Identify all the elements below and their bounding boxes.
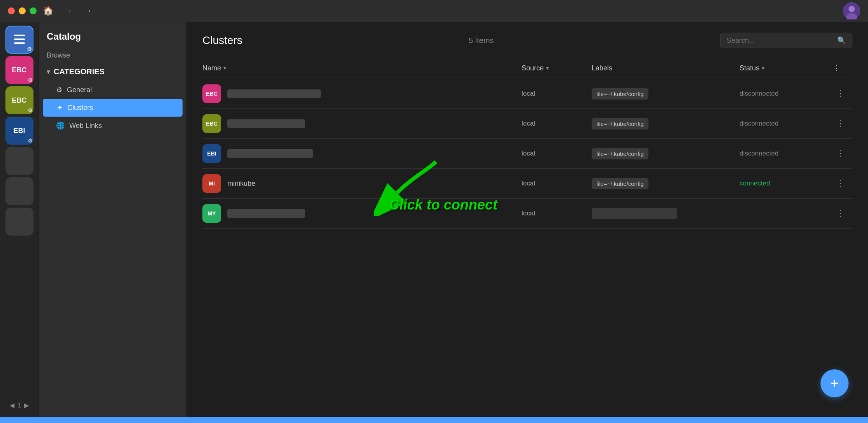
titlebar: 🏠 ← → [0,0,868,22]
ebi-navy-label: EBI [13,127,25,135]
back-button[interactable]: ← [67,6,76,16]
sidebar-item-weblinks[interactable]: 🌐 Web Links [39,117,186,135]
avatar[interactable] [843,2,860,19]
row-menu[interactable]: ⋮ [833,207,852,220]
sidebar-item-empty2[interactable] [5,177,33,205]
settings-badge-ebi-navy: ⚙ [28,138,33,144]
catalog-icon [12,32,26,47]
search-input[interactable] [727,37,833,45]
sidebar-item-empty1[interactable] [5,147,33,175]
status-cell: connected [740,180,833,187]
cluster-name-cell: EBI [202,144,522,163]
row-menu-button[interactable]: ⋮ [833,117,848,130]
table-row[interactable]: EBC local file=~/.kube/config disconnect… [202,79,852,109]
th-name: Name ▾ [202,64,522,72]
sort-name-button[interactable]: ▾ [223,65,226,71]
cluster-name-blurred [227,149,313,158]
search-box[interactable]: 🔍 [720,33,852,48]
sort-source-button[interactable]: ▾ [546,65,549,71]
clusters-label: Clusters [67,104,93,112]
catalog-title: Catalog [39,22,186,48]
status-cell: disconnected [740,90,833,98]
close-button[interactable] [8,7,15,14]
sidebar-item-ebc-pink[interactable]: EBC ⚙ [5,56,33,84]
label-cell [592,208,740,219]
categories-label: CATEGORIES [54,67,105,76]
clusters-icon: ✦ [57,103,63,112]
plus-icon: + [830,375,838,392]
cluster-name-cell: EBC [202,114,522,133]
page-prev-button[interactable]: ◀ [10,402,14,409]
cluster-badge-ebi: EBI [202,144,221,163]
row-menu-button[interactable]: ⋮ [833,87,848,100]
icon-sidebar: ⚙ EBC ⚙ EBC ⚙ EBI ⚙ ◀ 1 ▶ [0,22,39,417]
table-row[interactable]: MY local ⋮ [202,199,852,229]
source-cell: local [522,180,592,187]
browse-link[interactable]: Browse [39,48,186,63]
row-menu[interactable]: ⋮ [833,177,852,190]
th-labels: Labels [592,64,740,72]
label-tag: file=~/.kube/config [592,178,648,189]
minimize-button[interactable] [19,7,26,14]
main-content: Clusters 5 items 🔍 Name ▾ Source ▾ Label… [187,22,868,417]
sort-status-button[interactable]: ▾ [762,65,764,71]
status-cell: disconnected [740,120,833,128]
home-button[interactable]: 🏠 [43,6,53,16]
general-label: General [67,86,92,94]
sidebar-item-empty3[interactable] [5,208,33,236]
status-cell: disconnected [740,150,833,157]
cluster-badge-my: MY [202,204,221,223]
th-menu: ⋮ [833,64,852,72]
label-cell: file=~/.kube/config [592,178,740,189]
label-cell: file=~/.kube/config [592,148,740,159]
cluster-name-text: minikube [227,180,255,188]
status-badge: disconnected [740,150,778,157]
cluster-name-cell: EBC [202,84,522,103]
sidebar-item-ebc-olive[interactable]: EBC ⚙ [5,86,33,114]
search-icon: 🔍 [837,36,846,45]
sidebar-item-general[interactable]: ⚙ General [39,81,186,99]
status-badge: disconnected [740,120,778,128]
row-menu-button[interactable]: ⋮ [833,207,848,220]
forward-button[interactable]: → [84,6,92,16]
status-badge: disconnected [740,90,778,98]
source-cell: local [522,120,592,128]
cluster-badge-ebc2: EBC [202,114,221,133]
label-tag: file=~/.kube/config [592,148,648,159]
row-menu[interactable]: ⋮ [833,147,852,160]
page-title: Clusters [202,34,242,47]
nav-buttons: ← → [67,6,92,16]
source-cell: local [522,90,592,98]
source-cell: local [522,150,592,157]
sidebar-item-clusters[interactable]: ✦ Clusters [43,99,183,117]
weblinks-label: Web Links [69,122,102,130]
svg-rect-4 [14,38,25,40]
content-header: Clusters 5 items 🔍 [187,22,868,59]
sidebar-item-catalog[interactable]: ⚙ [5,26,33,54]
row-menu[interactable]: ⋮ [833,117,852,130]
ebc-olive-label: EBC [12,96,26,105]
row-menu-button[interactable]: ⋮ [833,147,848,160]
row-menu[interactable]: ⋮ [833,87,852,100]
bottom-bar [0,417,868,423]
settings-badge-ebc-pink: ⚙ [28,77,33,83]
categories-header[interactable]: ▾ CATEGORIES [39,63,186,81]
table-row[interactable]: EBI local file=~/.kube/config disconnect… [202,139,852,169]
item-count: 5 items [258,36,705,45]
maximize-button[interactable] [30,7,37,14]
sidebar-item-ebi-navy[interactable]: EBI ⚙ [5,117,33,145]
page-next-button[interactable]: ▶ [24,402,29,409]
clusters-table: Name ▾ Source ▾ Labels Status ▾ ⋮ [187,59,868,417]
cluster-name-blurred [227,209,305,218]
table-row[interactable]: EBC local file=~/.kube/config disconnect… [202,109,852,139]
settings-badge-ebc-olive: ⚙ [28,107,33,114]
row-menu-button[interactable]: ⋮ [833,177,848,190]
main-layout: ⚙ EBC ⚙ EBC ⚙ EBI ⚙ ◀ 1 ▶ Catalog Browse… [0,22,868,417]
svg-rect-3 [14,35,25,36]
status-badge: connected [740,180,770,187]
table-row[interactable]: MI minikube local file=~/.kube/config co… [202,169,852,199]
weblinks-icon: 🌐 [56,121,65,130]
add-cluster-button[interactable]: + [821,369,849,397]
settings-badge-catalog: ⚙ [27,46,32,52]
cluster-name-blurred [227,119,305,128]
